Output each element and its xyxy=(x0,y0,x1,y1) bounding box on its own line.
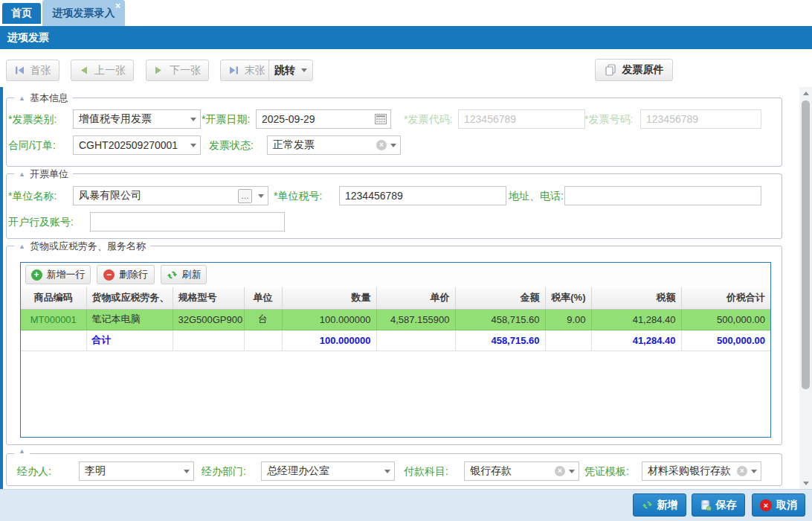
col-header-price[interactable]: 单价 xyxy=(376,287,455,309)
grid-toolbar: + 新增一行 − 删除行 刷新 xyxy=(21,263,770,287)
chevron-down-icon[interactable] xyxy=(381,462,394,480)
col-header-rate[interactable]: 税率(%) xyxy=(545,287,591,309)
browse-ellipsis-button[interactable]: … xyxy=(238,189,252,203)
first-record-label: 首张 xyxy=(30,64,51,77)
col-header-name[interactable]: 货物或应税劳务、 xyxy=(86,287,173,309)
bank-account-input[interactable] xyxy=(91,213,284,231)
address-phone-field[interactable] xyxy=(564,186,761,205)
invoice-number-field[interactable] xyxy=(640,109,761,129)
operator-value: 李明 xyxy=(80,464,180,478)
collapse-icon[interactable]: ▲ xyxy=(19,95,25,102)
prev-record-button[interactable]: 上一张 xyxy=(71,60,134,81)
goods-table: 商品编码 货物或应税劳务、 规格型号 单位 数量 单价 金额 税率(%) 税额 … xyxy=(21,287,770,351)
contract-select[interactable]: CGHT202509270001 xyxy=(73,135,201,155)
col-header-tax[interactable]: 税额 xyxy=(591,287,681,309)
delete-row-label: 删除行 xyxy=(119,268,148,281)
refresh-button[interactable]: 刷新 xyxy=(161,265,207,284)
prev-record-icon xyxy=(79,65,88,75)
invoice-status-select[interactable]: 正常发票 × xyxy=(267,135,401,155)
unit-tax-input[interactable] xyxy=(340,187,506,205)
invoice-date-input[interactable] xyxy=(257,110,375,128)
bank-account-field[interactable] xyxy=(90,212,285,231)
unit-name-select[interactable]: 风暴有限公司 … xyxy=(73,186,268,205)
chevron-down-icon[interactable] xyxy=(187,110,200,128)
calendar-icon[interactable] xyxy=(375,114,387,124)
goods-row-selected[interactable]: MT000001 笔记本电脑 32G500GP900 台 100.000000 … xyxy=(21,309,770,330)
col-header-unit[interactable]: 单位 xyxy=(244,287,282,309)
scroll-down-arrow-icon[interactable] xyxy=(799,477,812,489)
jump-label: 跳转 xyxy=(274,64,295,77)
clear-icon[interactable]: × xyxy=(555,466,565,476)
cancel-button[interactable]: × 取消 xyxy=(752,493,805,517)
col-header-total[interactable]: 价税合计 xyxy=(681,287,770,309)
cell-code: MT000001 xyxy=(21,309,86,330)
collapse-icon[interactable]: ▲ xyxy=(19,447,25,455)
address-phone-input[interactable] xyxy=(565,187,761,205)
unit-tax-field[interactable] xyxy=(339,186,506,205)
invoice-number-label: *发票号码: xyxy=(584,109,633,129)
voucher-template-select[interactable]: 材料采购银行存款 × xyxy=(642,461,761,481)
new-label: 新增 xyxy=(657,499,678,512)
cell-sum-tax: 41,284.40 xyxy=(591,330,681,351)
chevron-down-icon[interactable] xyxy=(180,462,193,480)
cell-empty xyxy=(545,330,591,351)
tab-home[interactable]: 首页 xyxy=(2,3,41,24)
save-button[interactable]: 保存 xyxy=(692,493,745,517)
chevron-down-icon[interactable] xyxy=(254,187,268,205)
delete-row-button[interactable]: − 删除行 xyxy=(97,265,155,284)
tab-invoice-entry[interactable]: 进项发票录入 × xyxy=(42,0,125,26)
col-header-qty[interactable]: 数量 xyxy=(282,287,376,309)
next-record-button[interactable]: 下一张 xyxy=(146,60,209,81)
goods-header-row: 商品编码 货物或应税劳务、 规格型号 单位 数量 单价 金额 税率(%) 税额 … xyxy=(21,287,770,309)
jump-button[interactable]: 跳转 xyxy=(268,60,313,81)
chevron-down-icon[interactable] xyxy=(565,462,579,480)
invoice-date-field[interactable] xyxy=(256,109,391,129)
invoice-number-input[interactable] xyxy=(641,110,761,128)
department-select[interactable]: 总经理办公室 xyxy=(261,461,395,481)
scrollbar-thumb[interactable] xyxy=(802,100,810,389)
vertical-scrollbar[interactable] xyxy=(799,87,812,489)
voucher-template-label: 凭证模板: xyxy=(584,461,629,481)
footer-bar: 新增 保存 × 取消 xyxy=(0,489,812,521)
col-header-spec[interactable]: 规格型号 xyxy=(173,287,244,309)
cell-unit: 台 xyxy=(244,309,282,330)
invoice-type-value: 增值税专用发票 xyxy=(74,112,187,126)
payment-subject-label: 付款科目: xyxy=(404,461,448,481)
chevron-down-icon[interactable] xyxy=(187,136,200,154)
chevron-down-icon[interactable] xyxy=(387,136,400,154)
cell-sum-label: 合计 xyxy=(86,330,173,351)
cancel-label: 取消 xyxy=(776,499,797,512)
collapse-icon[interactable]: ▲ xyxy=(19,243,25,250)
invoice-status-label: 发票状态: xyxy=(209,135,254,155)
scroll-up-arrow-icon[interactable] xyxy=(799,87,812,99)
cell-spec: 32G500GP900 xyxy=(173,309,244,330)
cell-sum-amount: 458,715.60 xyxy=(455,330,545,351)
collapse-icon[interactable]: ▲ xyxy=(19,170,25,178)
invoice-code-input[interactable] xyxy=(459,110,584,128)
new-button[interactable]: 新增 xyxy=(633,493,686,517)
clear-icon[interactable]: × xyxy=(376,140,387,150)
invoice-code-label: *发票代码: xyxy=(404,109,452,129)
col-header-amount[interactable]: 金额 xyxy=(455,287,545,309)
cell-price: 4,587.155900 xyxy=(376,309,455,330)
clear-icon[interactable]: × xyxy=(737,466,747,476)
last-record-button[interactable]: 末张 xyxy=(220,60,274,81)
first-record-button[interactable]: 首张 xyxy=(6,60,59,81)
section-basic-info: ▲ 基本信息 *发票类别: 增值税专用发票 *开票日期: *发票代码: *发票号… xyxy=(6,98,782,167)
invoice-code-field[interactable] xyxy=(458,109,585,129)
add-row-label: 新增一行 xyxy=(47,268,86,281)
invoice-type-select[interactable]: 增值税专用发票 xyxy=(73,109,201,129)
tab-bar: 首页 进项发票录入 × xyxy=(0,0,812,26)
minus-circle-icon: − xyxy=(103,269,115,281)
save-disk-icon xyxy=(700,499,712,511)
chevron-down-icon[interactable] xyxy=(747,462,761,480)
invoice-original-button[interactable]: 发票原件 xyxy=(595,59,673,81)
col-header-code[interactable]: 商品编码 xyxy=(21,287,86,309)
operator-select[interactable]: 李明 xyxy=(79,461,194,481)
add-row-button[interactable]: + 新增一行 xyxy=(25,265,91,284)
form-content: ▲ 基本信息 *发票类别: 增值税专用发票 *开票日期: *发票代码: *发票号… xyxy=(0,87,799,489)
tab-close-icon[interactable]: × xyxy=(115,1,120,11)
last-record-icon xyxy=(229,65,239,75)
voucher-template-value: 材料采购银行存款 xyxy=(642,464,737,478)
payment-subject-select[interactable]: 银行存款 × xyxy=(464,461,579,481)
